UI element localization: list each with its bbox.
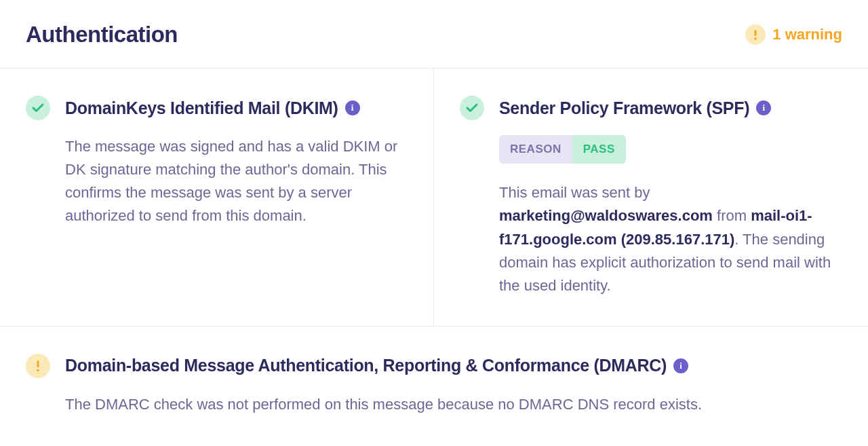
spf-reason-badge: REASON PASS — [499, 135, 842, 164]
dmarc-card: Domain-based Message Authentication, Rep… — [0, 327, 868, 445]
dmarc-title: Domain-based Message Authentication, Rep… — [65, 356, 667, 375]
warning-badge[interactable]: 1 warning — [745, 24, 842, 45]
spf-title-wrap: Sender Policy Framework (SPF) i — [499, 98, 771, 118]
spf-sender-email: marketing@waldoswares.com — [499, 207, 713, 224]
page-header: Authentication 1 warning — [0, 0, 868, 69]
spf-body: REASON PASS This email was sent by marke… — [460, 135, 842, 297]
dmarc-description: The DMARC check was not performed on thi… — [26, 393, 842, 416]
dkim-description: The message was signed and has a valid D… — [26, 135, 408, 227]
check-icon — [26, 96, 50, 120]
dkim-title: DomainKeys Identified Mail (DKIM) — [65, 98, 338, 118]
svg-point-3 — [37, 369, 39, 372]
warning-icon — [745, 24, 766, 45]
svg-rect-2 — [37, 360, 39, 367]
auth-cards-row: DomainKeys Identified Mail (DKIM) i The … — [0, 69, 868, 327]
spf-description: This email was sent by marketing@waldosw… — [499, 181, 842, 297]
dkim-card: DomainKeys Identified Mail (DKIM) i The … — [0, 69, 434, 326]
check-icon — [460, 96, 484, 120]
spf-title: Sender Policy Framework (SPF) — [499, 98, 749, 118]
info-icon[interactable]: i — [345, 100, 360, 115]
info-icon[interactable]: i — [756, 100, 771, 115]
dkim-title-wrap: DomainKeys Identified Mail (DKIM) i — [65, 98, 360, 118]
dmarc-title-wrap: Domain-based Message Authentication, Rep… — [65, 356, 688, 375]
dmarc-card-header: Domain-based Message Authentication, Rep… — [26, 354, 842, 378]
warning-count-text: 1 warning — [772, 26, 842, 43]
svg-point-1 — [755, 37, 757, 40]
info-icon[interactable]: i — [673, 358, 688, 373]
warning-icon — [26, 354, 50, 378]
page-title: Authentication — [26, 22, 178, 48]
spf-card: Sender Policy Framework (SPF) i REASON P… — [434, 69, 868, 326]
reason-label: REASON — [499, 135, 572, 164]
dkim-card-header: DomainKeys Identified Mail (DKIM) i — [26, 96, 408, 120]
spf-card-header: Sender Policy Framework (SPF) i — [460, 96, 842, 120]
svg-rect-0 — [755, 30, 757, 36]
reason-value: PASS — [572, 135, 626, 164]
